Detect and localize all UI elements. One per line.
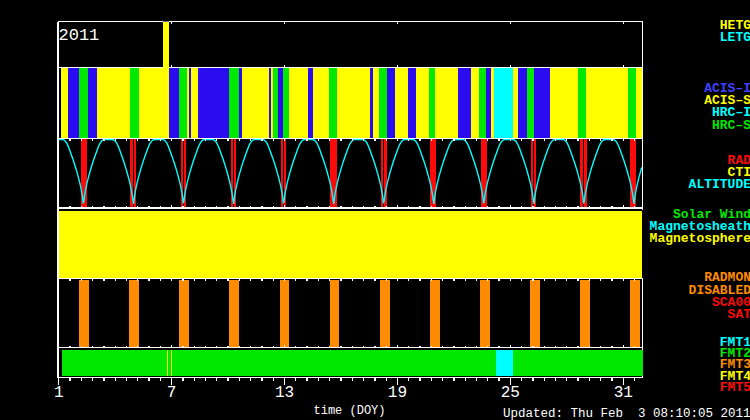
svg-text:HRC–S: HRC–S — [712, 118, 750, 133]
svg-text:31: 31 — [614, 384, 633, 402]
svg-text:time (DOY): time (DOY) — [313, 404, 385, 418]
svg-text:19: 19 — [388, 384, 407, 402]
svg-text:Updated: Thu Feb 3 08:10:05 2: Updated: Thu Feb 3 08:10:05 2011 — [503, 407, 750, 420]
svg-text:25: 25 — [501, 384, 520, 402]
svg-text:7: 7 — [167, 384, 177, 402]
svg-text:13: 13 — [275, 384, 294, 402]
svg-text:2011: 2011 — [59, 26, 100, 45]
svg-text:LETG: LETG — [720, 30, 750, 45]
svg-text:1: 1 — [54, 384, 64, 402]
svg-text:Magnetosphere: Magnetosphere — [650, 231, 750, 246]
svg-text:SAT: SAT — [728, 307, 750, 322]
svg-text:ALTITUDE: ALTITUDE — [689, 177, 750, 192]
svg-text:FMT5: FMT5 — [720, 380, 750, 395]
